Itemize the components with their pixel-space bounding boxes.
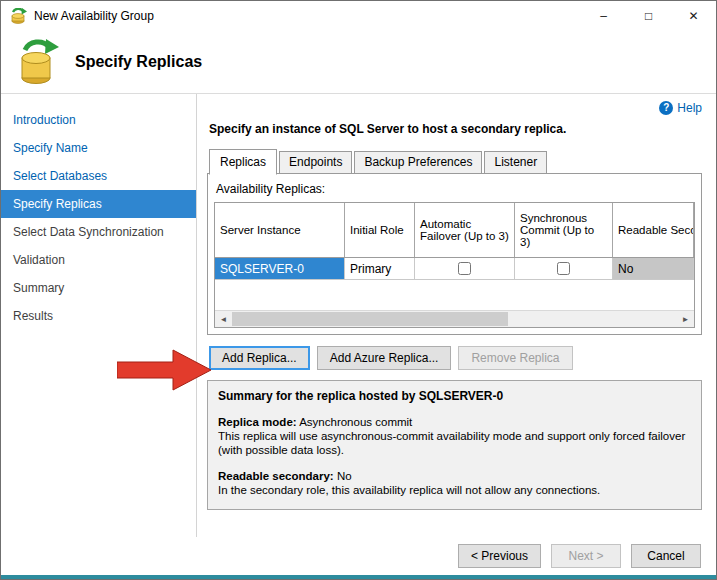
cell-synchronous-commit: [515, 258, 613, 279]
main-content: ? Help Specify an instance of SQL Server…: [197, 94, 716, 537]
tab-replicas[interactable]: Replicas: [209, 149, 277, 175]
replica-mode-description: This replica will use asynchronous-commi…: [218, 429, 691, 457]
cell-initial-role[interactable]: Primary: [345, 258, 415, 279]
scroll-right-icon[interactable]: ►: [677, 311, 694, 327]
sidebar-item-select-data-synchronization: Select Data Synchronization: [1, 218, 196, 246]
tab-endpoints[interactable]: Endpoints: [279, 151, 352, 174]
availability-replicas-label: Availability Replicas:: [216, 182, 695, 196]
bottom-accent-bar: [1, 575, 716, 579]
next-button: Next >: [551, 544, 621, 568]
previous-button[interactable]: < Previous: [458, 544, 541, 568]
column-header-readable-secondary: Readable Seco: [613, 203, 694, 257]
replica-mode-line: Replica mode: Asynchronous commit: [218, 415, 691, 429]
close-button[interactable]: ✕: [671, 1, 716, 31]
availability-group-database-icon: [17, 39, 59, 85]
wizard-steps-sidebar: Introduction Specify Name Select Databas…: [1, 94, 197, 537]
grid-header-row: Server Instance Initial Role Automatic F…: [215, 203, 694, 258]
maximize-button[interactable]: □: [626, 1, 671, 31]
table-row: SQLSERVER-0 Primary No: [215, 258, 694, 280]
cell-readable-secondary: No: [613, 258, 694, 279]
window-controls: – □ ✕: [581, 1, 716, 31]
new-availability-group-window: New Availability Group – □ ✕ Specify Rep…: [0, 0, 717, 580]
window-title: New Availability Group: [34, 9, 154, 23]
automatic-failover-checkbox[interactable]: [458, 262, 471, 275]
tab-listener[interactable]: Listener: [484, 151, 547, 174]
availability-replicas-grid: Server Instance Initial Role Automatic F…: [214, 202, 695, 328]
column-header-automatic-failover: Automatic Failover (Up to 3): [415, 203, 515, 257]
replica-mode-value: Asynchronous commit: [299, 416, 412, 428]
window-icon: [10, 8, 27, 25]
sidebar-item-results: Results: [1, 302, 196, 330]
wizard-header: Specify Replicas: [1, 31, 716, 94]
tab-backup-preferences[interactable]: Backup Preferences: [354, 151, 482, 174]
wizard-body: Introduction Specify Name Select Databas…: [1, 94, 716, 537]
replica-mode-label: Replica mode:: [218, 416, 297, 428]
readable-secondary-line: Readable secondary: No: [218, 469, 691, 483]
replica-summary-panel: Summary for the replica hosted by SQLSER…: [207, 380, 702, 510]
remove-replica-button: Remove Replica: [458, 346, 572, 370]
page-title: Specify Replicas: [75, 53, 202, 71]
replica-action-buttons: Add Replica... Add Azure Replica... Remo…: [209, 346, 702, 370]
add-replica-button[interactable]: Add Replica...: [209, 346, 310, 370]
readable-secondary-description: In the secondary role, this availability…: [218, 483, 691, 497]
sidebar-item-specify-name[interactable]: Specify Name: [1, 134, 196, 162]
column-header-server-instance: Server Instance: [215, 203, 345, 257]
column-header-initial-role: Initial Role: [345, 203, 415, 257]
titlebar: New Availability Group – □ ✕: [1, 1, 716, 31]
summary-title: Summary for the replica hosted by SQLSER…: [218, 389, 691, 403]
sidebar-item-summary: Summary: [1, 274, 196, 302]
column-header-synchronous-commit: Synchronous Commit (Up to 3): [515, 203, 613, 257]
help-label: Help: [677, 101, 702, 115]
synchronous-commit-checkbox[interactable]: [557, 262, 570, 275]
readable-secondary-value: No: [337, 470, 352, 482]
horizontal-scrollbar[interactable]: ◄ ►: [215, 310, 694, 327]
scrollbar-thumb[interactable]: [232, 312, 508, 326]
sidebar-item-select-databases[interactable]: Select Databases: [1, 162, 196, 190]
scroll-left-icon[interactable]: ◄: [215, 311, 232, 327]
sidebar-item-validation: Validation: [1, 246, 196, 274]
readable-secondary-label: Readable secondary:: [218, 470, 334, 482]
replicas-tab-panel: Availability Replicas: Server Instance I…: [207, 173, 702, 335]
help-icon: ?: [659, 101, 673, 115]
cancel-button[interactable]: Cancel: [631, 544, 701, 568]
add-azure-replica-button[interactable]: Add Azure Replica...: [317, 346, 452, 370]
scrollbar-track[interactable]: [232, 311, 677, 327]
sidebar-item-introduction[interactable]: Introduction: [1, 106, 196, 134]
help-link[interactable]: ? Help: [207, 100, 702, 116]
minimize-button[interactable]: –: [581, 1, 626, 31]
grid-empty-area: [215, 280, 694, 310]
wizard-footer: < Previous Next > Cancel: [1, 537, 716, 575]
tab-strip: Replicas Endpoints Backup Preferences Li…: [209, 149, 702, 174]
sidebar-item-specify-replicas[interactable]: Specify Replicas: [1, 190, 196, 218]
cell-automatic-failover: [415, 258, 515, 279]
instruction-text: Specify an instance of SQL Server to hos…: [209, 122, 702, 136]
cell-server-instance[interactable]: SQLSERVER-0: [215, 258, 345, 279]
